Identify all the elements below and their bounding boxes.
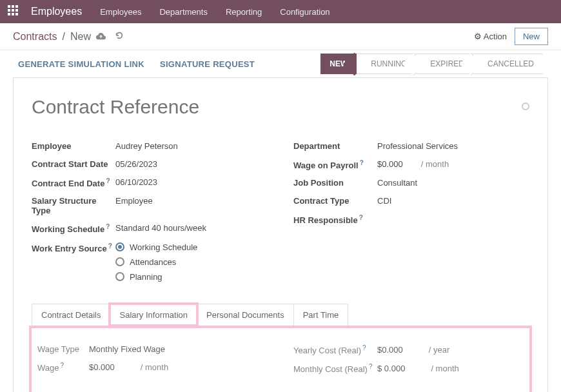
wage-on-payroll-unit: / month xyxy=(421,159,449,169)
job-position-label: Job Position xyxy=(293,178,377,188)
wage-type-value[interactable]: Monthly Fixed Wage xyxy=(89,344,165,354)
control-panel: Contracts / New ⚙ Action New xyxy=(0,23,561,50)
monthly-cost-label: Monthly Cost (Real)? xyxy=(293,363,377,374)
new-button[interactable]: New xyxy=(515,28,548,45)
generate-simulation-link-button[interactable]: GENERATE SIMULATION LINK xyxy=(18,59,144,69)
department-value[interactable]: Professional Services xyxy=(377,141,458,151)
signature-request-button[interactable]: SIGNATURE REQUEST xyxy=(160,59,255,69)
status-expired[interactable]: EXPIRED xyxy=(416,54,473,74)
salary-structure-label: Salary Structure Type xyxy=(32,196,115,215)
svg-rect-2 xyxy=(15,5,18,8)
department-label: Department xyxy=(293,141,377,151)
discard-icon[interactable] xyxy=(115,31,124,43)
gear-icon: ⚙ xyxy=(474,32,482,41)
help-icon[interactable]: ? xyxy=(106,177,110,184)
svg-rect-4 xyxy=(12,9,14,12)
wage-on-payroll-label: Wage on Payroll? xyxy=(293,159,377,170)
help-icon[interactable]: ? xyxy=(108,242,112,250)
help-icon[interactable]: ? xyxy=(360,159,364,166)
tab-personal-documents[interactable]: Personal Documents xyxy=(197,304,294,326)
svg-rect-0 xyxy=(8,5,10,8)
top-menu: Employees Departments Reporting Configur… xyxy=(100,7,330,17)
contract-type-value[interactable]: CDI xyxy=(377,196,391,206)
hr-responsible-label: HR Responsible? xyxy=(293,214,377,225)
wage-unit: / month xyxy=(141,362,168,372)
wage-label: Wage? xyxy=(37,362,89,373)
help-icon[interactable]: ? xyxy=(359,214,363,221)
svg-rect-3 xyxy=(8,9,10,12)
employee-label: Employee xyxy=(32,141,115,151)
radio-working-schedule[interactable]: Working Schedule xyxy=(115,242,197,252)
kanban-state-dot[interactable] xyxy=(522,103,529,110)
cloud-upload-icon[interactable] xyxy=(96,31,106,43)
app-title[interactable]: Employees xyxy=(31,6,82,17)
end-date-label: Contract End Date? xyxy=(32,177,115,188)
breadcrumb: Contracts / New xyxy=(13,31,124,43)
monthly-cost-unit: / month xyxy=(431,364,458,373)
work-entry-source-radios: Working Schedule Attendances Planning xyxy=(115,242,197,282)
job-position-value[interactable]: Consultant xyxy=(377,178,417,188)
help-icon[interactable]: ? xyxy=(60,362,64,369)
menu-reporting[interactable]: Reporting xyxy=(226,7,262,17)
radio-attendances[interactable]: Attendances xyxy=(115,257,197,267)
form-right-column: Department Professional Services Wage on… xyxy=(293,137,529,286)
status-running[interactable]: RUNNING xyxy=(357,54,416,74)
statusbar: NEW RUNNING EXPIRED CANCELLED xyxy=(320,54,543,74)
top-navbar: Employees Employees Departments Reportin… xyxy=(0,0,561,23)
work-entry-source-label: Work Entry Source? xyxy=(32,242,115,253)
radio-planning[interactable]: Planning xyxy=(115,272,197,282)
svg-rect-8 xyxy=(15,13,18,15)
svg-rect-6 xyxy=(8,13,10,15)
action-menu[interactable]: ⚙ Action xyxy=(474,32,507,41)
start-date-value[interactable]: 05/26/2023 xyxy=(115,159,157,169)
svg-rect-5 xyxy=(15,9,18,12)
wage-on-payroll-value[interactable]: $0.000 xyxy=(377,159,403,169)
yearly-cost-unit: / year xyxy=(429,345,450,355)
status-cancelled[interactable]: CANCELLED xyxy=(473,54,543,74)
wage-value[interactable]: $0.000 xyxy=(89,362,115,372)
form-left-column: Employee Audrey Peterson Contract Start … xyxy=(32,137,268,286)
breadcrumb-contracts[interactable]: Contracts xyxy=(13,31,57,43)
breadcrumb-separator: / xyxy=(62,31,64,43)
svg-rect-1 xyxy=(12,5,14,8)
end-date-value[interactable]: 06/10/2023 xyxy=(115,177,157,187)
status-new[interactable]: NEW xyxy=(320,54,357,74)
salary-information-pane: Wage Type Monthly Fixed Wage Wage? $0.00… xyxy=(32,328,529,392)
toolbar: GENERATE SIMULATION LINK SIGNATURE REQUE… xyxy=(0,50,561,77)
monthly-cost-value[interactable]: $ 0.000 xyxy=(377,364,405,373)
yearly-cost-label: Yearly Cost (Real)? xyxy=(293,344,377,355)
svg-rect-7 xyxy=(12,13,14,15)
tab-salary-information[interactable]: Salary Information xyxy=(110,304,197,326)
start-date-label: Contract Start Date xyxy=(32,159,115,169)
employee-value[interactable]: Audrey Peterson xyxy=(115,141,178,151)
wage-type-label: Wage Type xyxy=(37,344,89,354)
salary-structure-value[interactable]: Employee xyxy=(115,196,153,206)
menu-departments[interactable]: Departments xyxy=(159,7,207,17)
yearly-cost-value[interactable]: $0.000 xyxy=(377,345,403,355)
working-schedule-value[interactable]: Standard 40 hours/week xyxy=(115,223,206,233)
form-sheet: Employee Audrey Peterson Contract Start … xyxy=(13,77,548,392)
contract-type-label: Contract Type xyxy=(293,196,377,206)
help-icon[interactable]: ? xyxy=(362,344,366,351)
breadcrumb-current: New xyxy=(70,31,91,43)
menu-employees[interactable]: Employees xyxy=(100,7,141,17)
tabs: Contract Details Salary Information Pers… xyxy=(32,304,529,326)
tab-part-time[interactable]: Part Time xyxy=(293,304,349,326)
apps-icon[interactable] xyxy=(8,5,18,18)
help-icon[interactable]: ? xyxy=(106,223,110,230)
working-schedule-label: Working Schedule? xyxy=(32,223,115,234)
help-icon[interactable]: ? xyxy=(369,363,373,370)
tab-contract-details[interactable]: Contract Details xyxy=(32,304,110,326)
contract-reference-input[interactable] xyxy=(32,96,380,118)
menu-configuration[interactable]: Configuration xyxy=(280,7,330,17)
